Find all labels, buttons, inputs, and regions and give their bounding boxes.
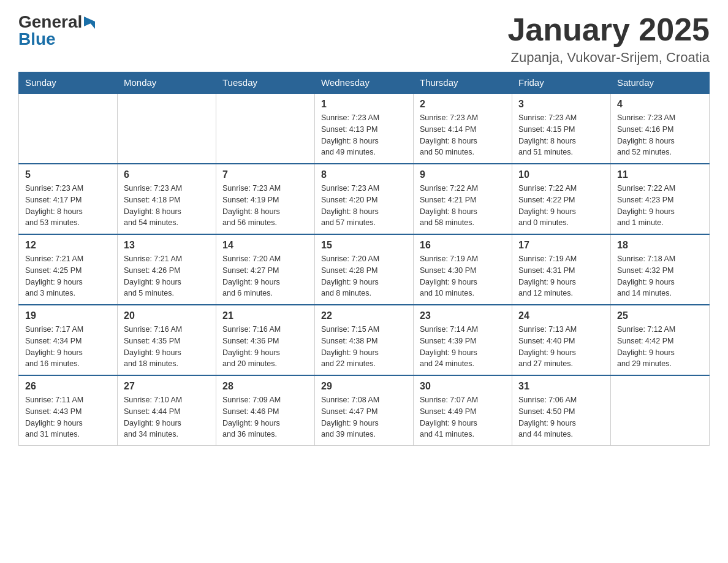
day-number: 27 — [124, 381, 210, 392]
weekday-header-friday: Friday — [512, 72, 611, 94]
day-number: 18 — [617, 240, 703, 251]
calendar-day: 31Sunrise: 7:06 AMSunset: 4:50 PMDayligh… — [512, 375, 611, 446]
day-info: Sunrise: 7:22 AMSunset: 4:22 PMDaylight:… — [518, 183, 604, 229]
day-number: 15 — [321, 240, 407, 251]
day-info: Sunrise: 7:22 AMSunset: 4:21 PMDaylight:… — [420, 183, 506, 229]
day-number: 16 — [420, 240, 506, 251]
day-number: 30 — [420, 381, 506, 392]
calendar-body: 1Sunrise: 7:23 AMSunset: 4:13 PMDaylight… — [19, 93, 710, 446]
calendar-day: 6Sunrise: 7:23 AMSunset: 4:18 PMDaylight… — [118, 164, 216, 234]
day-info: Sunrise: 7:23 AMSunset: 4:18 PMDaylight:… — [124, 183, 210, 229]
calendar-day: 25Sunrise: 7:12 AMSunset: 4:42 PMDayligh… — [611, 305, 710, 375]
calendar-day: 13Sunrise: 7:21 AMSunset: 4:26 PMDayligh… — [118, 234, 216, 305]
calendar-day: 17Sunrise: 7:19 AMSunset: 4:31 PMDayligh… — [512, 234, 611, 305]
calendar-day: 16Sunrise: 7:19 AMSunset: 4:30 PMDayligh… — [414, 234, 512, 305]
day-number: 31 — [518, 381, 604, 392]
day-info: Sunrise: 7:23 AMSunset: 4:19 PMDaylight:… — [222, 183, 308, 229]
month-title: January 2025 — [507, 12, 710, 47]
calendar-day: 7Sunrise: 7:23 AMSunset: 4:19 PMDaylight… — [216, 164, 315, 234]
calendar-week-1: 1Sunrise: 7:23 AMSunset: 4:13 PMDaylight… — [19, 93, 710, 164]
calendar-day: 28Sunrise: 7:09 AMSunset: 4:46 PMDayligh… — [216, 375, 315, 446]
calendar-day: 8Sunrise: 7:23 AMSunset: 4:20 PMDaylight… — [315, 164, 414, 234]
calendar-day: 30Sunrise: 7:07 AMSunset: 4:49 PMDayligh… — [414, 375, 512, 446]
day-info: Sunrise: 7:16 AMSunset: 4:35 PMDaylight:… — [124, 324, 210, 370]
day-number: 2 — [420, 99, 506, 110]
day-info: Sunrise: 7:23 AMSunset: 4:14 PMDaylight:… — [420, 112, 506, 158]
calendar-week-4: 19Sunrise: 7:17 AMSunset: 4:34 PMDayligh… — [19, 305, 710, 375]
day-info: Sunrise: 7:23 AMSunset: 4:17 PMDaylight:… — [25, 183, 111, 229]
weekday-header-sunday: Sunday — [19, 72, 118, 94]
calendar-week-5: 26Sunrise: 7:11 AMSunset: 4:43 PMDayligh… — [19, 375, 710, 446]
day-info: Sunrise: 7:06 AMSunset: 4:50 PMDaylight:… — [518, 394, 604, 440]
day-number: 29 — [321, 381, 407, 392]
day-number: 3 — [518, 99, 604, 110]
day-number: 1 — [321, 99, 407, 110]
day-number: 23 — [420, 310, 506, 321]
calendar-day: 19Sunrise: 7:17 AMSunset: 4:34 PMDayligh… — [19, 305, 118, 375]
day-number: 11 — [617, 169, 703, 180]
calendar-day: 3Sunrise: 7:23 AMSunset: 4:15 PMDaylight… — [512, 93, 611, 164]
calendar-day: 21Sunrise: 7:16 AMSunset: 4:36 PMDayligh… — [216, 305, 315, 375]
calendar-table: SundayMondayTuesdayWednesdayThursdayFrid… — [18, 72, 710, 446]
day-number: 8 — [321, 169, 407, 180]
day-number: 26 — [25, 381, 111, 392]
day-number: 25 — [617, 310, 703, 321]
day-info: Sunrise: 7:19 AMSunset: 4:31 PMDaylight:… — [518, 253, 604, 299]
calendar-day: 14Sunrise: 7:20 AMSunset: 4:27 PMDayligh… — [216, 234, 315, 305]
weekday-header-row: SundayMondayTuesdayWednesdayThursdayFrid… — [19, 72, 710, 94]
calendar-day: 1Sunrise: 7:23 AMSunset: 4:13 PMDaylight… — [315, 93, 414, 164]
svg-marker-1 — [89, 21, 95, 29]
page-header: General Blue January 2025 Zupanja, Vukov… — [18, 12, 710, 66]
day-number: 13 — [124, 240, 210, 251]
day-info: Sunrise: 7:07 AMSunset: 4:49 PMDaylight:… — [420, 394, 506, 440]
calendar-day: 2Sunrise: 7:23 AMSunset: 4:14 PMDaylight… — [414, 93, 512, 164]
day-info: Sunrise: 7:18 AMSunset: 4:32 PMDaylight:… — [617, 253, 703, 299]
calendar-week-3: 12Sunrise: 7:21 AMSunset: 4:25 PMDayligh… — [19, 234, 710, 305]
calendar-day: 10Sunrise: 7:22 AMSunset: 4:22 PMDayligh… — [512, 164, 611, 234]
calendar-day — [19, 93, 118, 164]
calendar-day: 23Sunrise: 7:14 AMSunset: 4:39 PMDayligh… — [414, 305, 512, 375]
day-number: 9 — [420, 169, 506, 180]
calendar-day: 22Sunrise: 7:15 AMSunset: 4:38 PMDayligh… — [315, 305, 414, 375]
calendar-header: SundayMondayTuesdayWednesdayThursdayFrid… — [19, 72, 710, 94]
calendar-day: 9Sunrise: 7:22 AMSunset: 4:21 PMDaylight… — [414, 164, 512, 234]
weekday-header-saturday: Saturday — [611, 72, 710, 94]
calendar-day: 20Sunrise: 7:16 AMSunset: 4:35 PMDayligh… — [118, 305, 216, 375]
day-info: Sunrise: 7:16 AMSunset: 4:36 PMDaylight:… — [222, 324, 308, 370]
calendar-day: 11Sunrise: 7:22 AMSunset: 4:23 PMDayligh… — [611, 164, 710, 234]
weekday-header-monday: Monday — [118, 72, 216, 94]
logo-blue-text: Blue — [18, 29, 56, 49]
day-number: 4 — [617, 99, 703, 110]
day-info: Sunrise: 7:14 AMSunset: 4:39 PMDaylight:… — [420, 324, 506, 370]
day-info: Sunrise: 7:17 AMSunset: 4:34 PMDaylight:… — [25, 324, 111, 370]
day-info: Sunrise: 7:11 AMSunset: 4:43 PMDaylight:… — [25, 394, 111, 440]
day-info: Sunrise: 7:15 AMSunset: 4:38 PMDaylight:… — [321, 324, 407, 370]
day-info: Sunrise: 7:23 AMSunset: 4:15 PMDaylight:… — [518, 112, 604, 158]
day-number: 24 — [518, 310, 604, 321]
calendar-day — [118, 93, 216, 164]
calendar-day: 29Sunrise: 7:08 AMSunset: 4:47 PMDayligh… — [315, 375, 414, 446]
day-info: Sunrise: 7:20 AMSunset: 4:28 PMDaylight:… — [321, 253, 407, 299]
calendar-day: 4Sunrise: 7:23 AMSunset: 4:16 PMDaylight… — [611, 93, 710, 164]
day-info: Sunrise: 7:23 AMSunset: 4:13 PMDaylight:… — [321, 112, 407, 158]
day-number: 10 — [518, 169, 604, 180]
day-info: Sunrise: 7:19 AMSunset: 4:30 PMDaylight:… — [420, 253, 506, 299]
location-subtitle: Zupanja, Vukovar-Srijem, Croatia — [507, 50, 710, 66]
day-number: 22 — [321, 310, 407, 321]
day-info: Sunrise: 7:12 AMSunset: 4:42 PMDaylight:… — [617, 324, 703, 370]
day-info: Sunrise: 7:21 AMSunset: 4:25 PMDaylight:… — [25, 253, 111, 299]
calendar-day: 18Sunrise: 7:18 AMSunset: 4:32 PMDayligh… — [611, 234, 710, 305]
day-info: Sunrise: 7:20 AMSunset: 4:27 PMDaylight:… — [222, 253, 308, 299]
day-number: 5 — [25, 169, 111, 180]
calendar-day: 5Sunrise: 7:23 AMSunset: 4:17 PMDaylight… — [19, 164, 118, 234]
title-section: January 2025 Zupanja, Vukovar-Srijem, Cr… — [507, 12, 710, 66]
calendar-day: 27Sunrise: 7:10 AMSunset: 4:44 PMDayligh… — [118, 375, 216, 446]
day-info: Sunrise: 7:09 AMSunset: 4:46 PMDaylight:… — [222, 394, 308, 440]
day-number: 17 — [518, 240, 604, 251]
weekday-header-tuesday: Tuesday — [216, 72, 315, 94]
day-info: Sunrise: 7:22 AMSunset: 4:23 PMDaylight:… — [617, 183, 703, 229]
weekday-header-wednesday: Wednesday — [315, 72, 414, 94]
logo-arrow-icon — [84, 17, 95, 29]
calendar-day — [611, 375, 710, 446]
calendar-day — [216, 93, 315, 164]
